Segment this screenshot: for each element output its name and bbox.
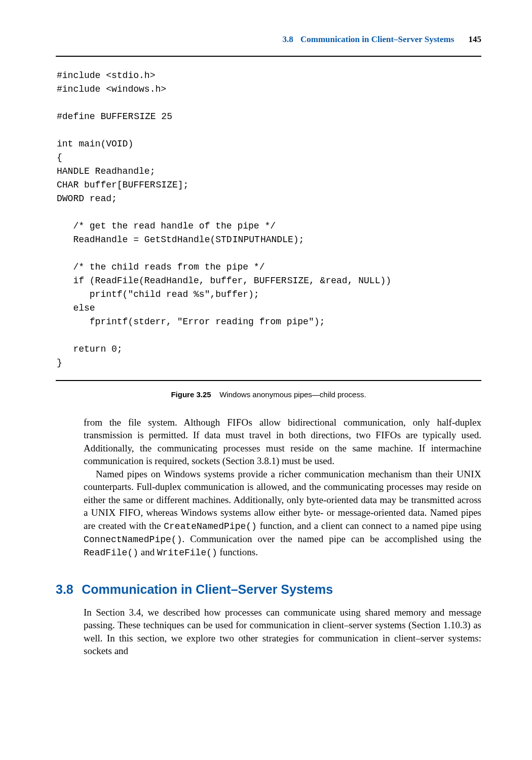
body-text-block-2: In Section 3.4, we described how process…: [84, 606, 481, 658]
section-number: 3.8: [56, 582, 73, 596]
body-text-block: from the file system. Although FIFOs all…: [84, 416, 481, 559]
code-listing: #include <stdio.h> #include <windows.h> …: [57, 69, 481, 370]
paragraph-3: In Section 3.4, we described how process…: [84, 606, 481, 658]
paragraph-2: Named pipes on Windows systems provide a…: [84, 468, 481, 559]
paragraph-1: from the file system. Although FIFOs all…: [84, 416, 481, 468]
figure-bottom-rule: [56, 380, 481, 381]
header-page-number: 145: [469, 34, 482, 44]
figure-caption-text: Windows anonymous pipes—child process.: [219, 390, 366, 399]
page: 3.8 Communication in Client–Server Syste…: [0, 0, 532, 688]
figure-caption: Figure 3.25 Windows anonymous pipes—chil…: [56, 390, 481, 399]
section-title: Communication in Client–Server Systems: [82, 582, 333, 596]
figure-label: Figure 3.25: [171, 390, 211, 399]
header-section-number: 3.8: [282, 34, 293, 44]
figure-top-rule: [56, 56, 481, 57]
running-header: 3.8 Communication in Client–Server Syste…: [56, 34, 481, 45]
header-section-title: Communication in Client–Server Systems: [300, 34, 454, 44]
section-heading: 3.8 Communication in Client–Server Syste…: [56, 582, 481, 597]
